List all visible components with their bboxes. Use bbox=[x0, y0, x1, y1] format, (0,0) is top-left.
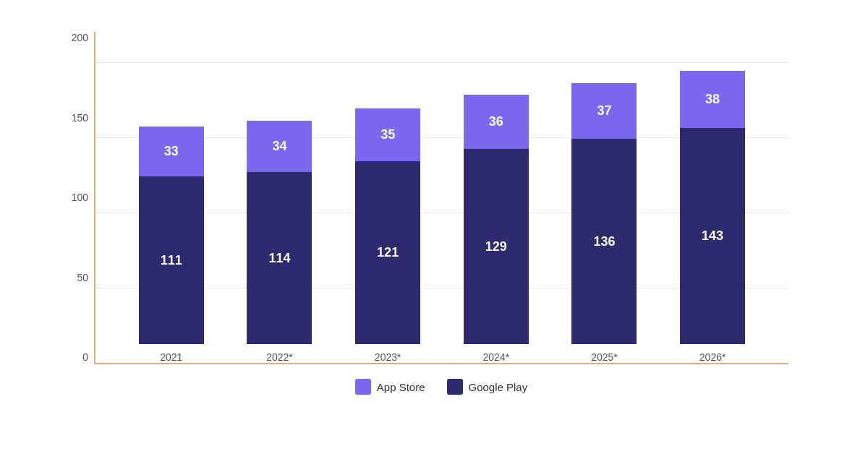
legend-color-app-store bbox=[355, 379, 371, 395]
y-label-50: 50 bbox=[56, 272, 88, 283]
bar-group-2022: 114342022* bbox=[247, 121, 312, 363]
legend-item-google-play: Google Play bbox=[447, 379, 528, 395]
bar-stack-2023: 12135 bbox=[355, 108, 420, 344]
legend-color-google-play bbox=[447, 379, 463, 395]
appstore-segment-2023: 35 bbox=[355, 108, 420, 161]
y-label-0: 0 bbox=[56, 351, 88, 363]
bar-stack-2026: 14338 bbox=[680, 71, 745, 344]
googleplay-segment-2025: 136 bbox=[571, 139, 637, 344]
appstore-segment-2022: 34 bbox=[247, 121, 312, 172]
legend-label-app-store: App Store bbox=[377, 381, 425, 393]
y-label-100: 100 bbox=[56, 192, 88, 203]
googleplay-segment-2022: 114 bbox=[247, 172, 312, 344]
googleplay-segment-2026: 143 bbox=[680, 128, 745, 344]
googleplay-segment-2024: 129 bbox=[464, 149, 529, 344]
appstore-segment-2021: 33 bbox=[139, 127, 204, 176]
bar-group-2021: 111332021 bbox=[139, 127, 204, 363]
appstore-segment-2025: 37 bbox=[571, 83, 637, 139]
x-label-2026: 2026* bbox=[699, 351, 726, 363]
appstore-segment-2024: 36 bbox=[464, 95, 529, 149]
bars-container: 111332021114342022*121352023*129362024*1… bbox=[95, 32, 788, 363]
chart-container: 200 150 100 50 0 111332021114342022*1213… bbox=[36, 17, 832, 437]
bar-stack-2021: 11133 bbox=[139, 127, 204, 344]
legend-item-app-store: App Store bbox=[355, 379, 425, 395]
googleplay-segment-2021: 111 bbox=[139, 176, 204, 344]
y-label-150: 150 bbox=[56, 112, 88, 124]
y-label-200: 200 bbox=[56, 32, 88, 43]
bar-stack-2024: 12936 bbox=[464, 95, 529, 344]
chart-area: 200 150 100 50 0 111332021114342022*1213… bbox=[94, 32, 788, 364]
y-axis-labels: 200 150 100 50 0 bbox=[56, 32, 88, 363]
legend: App StoreGoogle Play bbox=[94, 379, 788, 395]
x-label-2023: 2023* bbox=[375, 351, 401, 363]
bar-group-2023: 121352023* bbox=[355, 108, 420, 363]
googleplay-segment-2023: 121 bbox=[355, 161, 420, 344]
x-label-2025: 2025* bbox=[591, 351, 618, 363]
bar-stack-2022: 11434 bbox=[247, 121, 312, 344]
x-label-2021: 2021 bbox=[160, 351, 182, 363]
bar-group-2026: 143382026* bbox=[680, 71, 745, 363]
appstore-segment-2026: 38 bbox=[680, 71, 745, 128]
bar-group-2025: 136372025* bbox=[571, 83, 637, 363]
bar-group-2024: 129362024* bbox=[464, 95, 529, 363]
bar-stack-2025: 13637 bbox=[571, 83, 637, 344]
legend-label-google-play: Google Play bbox=[469, 381, 528, 393]
x-label-2024: 2024* bbox=[483, 351, 510, 363]
x-label-2022: 2022* bbox=[266, 351, 293, 363]
